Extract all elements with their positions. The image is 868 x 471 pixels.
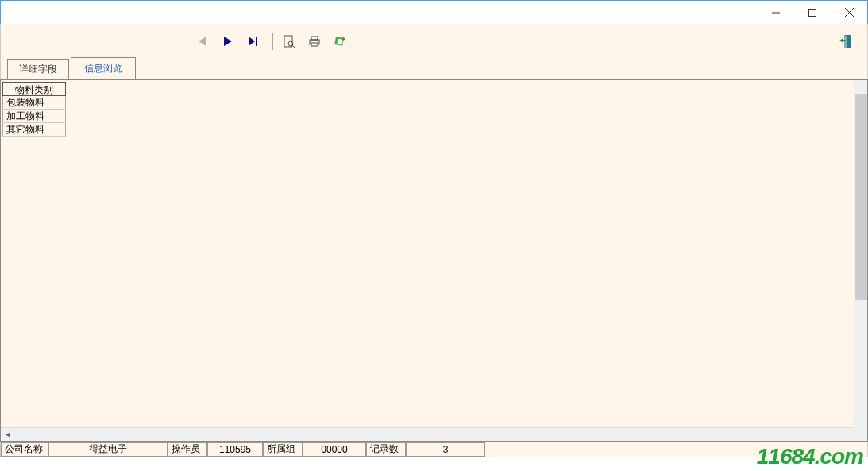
nav-next-button[interactable] <box>217 30 239 52</box>
exit-door-icon <box>839 34 854 48</box>
preview-button[interactable] <box>278 30 300 52</box>
nav-last-button[interactable] <box>242 30 264 52</box>
svg-rect-12 <box>311 37 318 40</box>
svg-marker-5 <box>224 37 232 46</box>
maximize-icon <box>808 9 816 17</box>
svg-rect-15 <box>337 39 342 45</box>
maximize-button[interactable] <box>794 1 831 24</box>
toolbar <box>0 24 868 59</box>
arrow-last-icon <box>249 37 258 46</box>
content-panel: 物料类别 包装物料 加工物料 其它物料 ◄ <box>0 79 868 442</box>
status-company-label: 公司名称 <box>1 442 48 457</box>
exit-button[interactable] <box>835 30 858 52</box>
close-icon <box>845 8 854 17</box>
status-operator-label: 操作员 <box>168 442 207 457</box>
status-bar: 公司名称 得益电子 操作员 110595 所属组 00000 记录数 3 <box>0 442 868 457</box>
grid-row[interactable]: 加工物料 <box>2 110 854 123</box>
minimize-icon <box>772 9 780 17</box>
status-group-label: 所属组 <box>263 442 303 457</box>
grid-row[interactable]: 其它物料 <box>2 123 854 137</box>
grid-row[interactable]: 包装物料 <box>2 96 854 110</box>
tab-info-browse[interactable]: 信息浏览 <box>71 57 136 80</box>
grid-header-row: 物料类别 <box>2 82 854 96</box>
scrollbar-corner <box>854 427 867 441</box>
status-company-value: 得益电子 <box>48 442 168 457</box>
svg-marker-6 <box>249 37 255 46</box>
scrollbar-thumb[interactable] <box>855 94 867 300</box>
arrow-left-icon <box>199 37 206 46</box>
data-grid[interactable]: 物料类别 包装物料 加工物料 其它物料 <box>2 82 854 427</box>
print-button[interactable] <box>303 30 326 52</box>
svg-rect-13 <box>311 43 318 46</box>
grid-cell: 加工物料 <box>2 110 66 123</box>
svg-rect-7 <box>256 37 257 46</box>
nav-prev-button[interactable] <box>191 30 214 52</box>
grid-header-material-category[interactable]: 物料类别 <box>2 82 66 96</box>
status-record-value: 3 <box>406 442 485 457</box>
status-record-label: 记录数 <box>366 442 406 457</box>
vertical-scrollbar[interactable] <box>854 80 867 428</box>
book-export-icon <box>334 35 346 48</box>
status-operator-value: 110595 <box>207 442 263 457</box>
grid-cell: 包装物料 <box>2 96 66 110</box>
svg-rect-1 <box>809 9 816 16</box>
titlebar <box>0 0 868 24</box>
tab-detail-fields[interactable]: 详细字段 <box>7 59 69 80</box>
tab-bar: 详细字段 信息浏览 <box>0 59 868 79</box>
scroll-left-arrow-icon[interactable]: ◄ <box>1 428 14 442</box>
horizontal-scrollbar[interactable]: ◄ <box>1 427 855 441</box>
export-button[interactable] <box>329 30 351 52</box>
svg-marker-4 <box>199 37 206 46</box>
magnify-page-icon <box>284 35 295 48</box>
status-group-value: 00000 <box>303 442 366 457</box>
grid-cell: 其它物料 <box>2 123 66 137</box>
printer-icon <box>308 36 321 47</box>
toolbar-separator <box>272 33 273 50</box>
close-button[interactable] <box>831 1 867 24</box>
minimize-button[interactable] <box>758 1 794 24</box>
arrow-right-icon <box>224 37 232 46</box>
